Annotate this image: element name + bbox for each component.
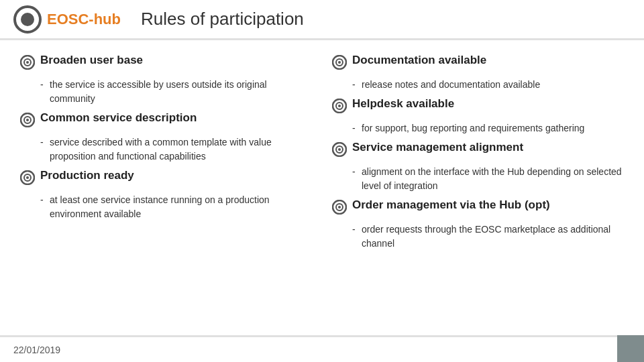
left-column: Broaden user base the service is accessi… bbox=[20, 54, 325, 322]
logo-hub: -hub bbox=[89, 11, 121, 27]
bullet-icon bbox=[332, 55, 347, 70]
sub-items: the service is accessible by users outsi… bbox=[40, 78, 312, 106]
list-item: Documentation available bbox=[332, 54, 624, 70]
item-heading: Common service description bbox=[40, 111, 197, 125]
sub-item: the service is accessible by users outsi… bbox=[40, 78, 312, 106]
item-heading: Helpdesk available bbox=[352, 97, 454, 111]
list-item: Helpdesk available bbox=[332, 97, 624, 113]
list-item: Service management alignment bbox=[332, 141, 624, 157]
sub-items: alignment on the interface with the Hub … bbox=[352, 165, 624, 193]
sub-item: at least one service instance running on… bbox=[40, 193, 312, 221]
svg-point-5 bbox=[26, 119, 29, 121]
logo-inner-circle bbox=[21, 13, 34, 26]
footer-date: 22/01/2019 bbox=[13, 345, 60, 355]
item-heading: Documentation available bbox=[352, 54, 486, 67]
list-item: Common service description bbox=[20, 111, 312, 127]
sub-item: order requests through the EOSC marketpl… bbox=[352, 223, 624, 251]
bullet-icon bbox=[20, 170, 35, 185]
svg-point-11 bbox=[338, 61, 341, 64]
logo-icon bbox=[13, 5, 42, 34]
svg-point-8 bbox=[26, 176, 29, 179]
main-content: Broaden user base the service is accessi… bbox=[0, 40, 644, 335]
item-heading: Service management alignment bbox=[352, 141, 523, 154]
header: EOSC-hub Rules of participation bbox=[0, 0, 644, 40]
sub-item: for support, bug reporting and requireme… bbox=[352, 121, 624, 135]
logo-text: EOSC-hub bbox=[47, 11, 121, 28]
right-column: Documentation available release notes an… bbox=[325, 54, 624, 322]
svg-point-17 bbox=[338, 148, 341, 151]
logo: EOSC-hub bbox=[13, 5, 121, 34]
sub-items: release notes and documentation availabl… bbox=[352, 78, 624, 92]
bullet-icon bbox=[332, 200, 347, 215]
sub-items: order requests through the EOSC marketpl… bbox=[352, 223, 624, 251]
logo-eosc: EOSC bbox=[47, 11, 89, 27]
item-heading: Production ready bbox=[40, 169, 134, 182]
bullet-icon bbox=[20, 113, 35, 127]
sub-item: release notes and documentation availabl… bbox=[352, 78, 624, 92]
svg-point-2 bbox=[26, 61, 29, 64]
bullet-icon bbox=[20, 55, 35, 70]
sub-items: for support, bug reporting and requireme… bbox=[352, 121, 624, 135]
svg-point-20 bbox=[338, 206, 341, 208]
list-item: Production ready bbox=[20, 169, 312, 185]
item-heading: Order management via the Hub (opt) bbox=[352, 198, 550, 212]
footer: 22/01/2019 bbox=[0, 335, 644, 362]
page-title: Rules of participation bbox=[141, 9, 304, 29]
sub-items: at least one service instance running on… bbox=[40, 193, 312, 221]
list-item: Order management via the Hub (opt) bbox=[332, 198, 624, 215]
bullet-icon bbox=[332, 99, 347, 113]
list-item: Broaden user base bbox=[20, 54, 312, 70]
footer-square bbox=[617, 335, 644, 362]
bullet-icon bbox=[332, 142, 347, 157]
sub-item: alignment on the interface with the Hub … bbox=[352, 165, 624, 193]
sub-items: service described with a common template… bbox=[40, 135, 312, 164]
svg-point-14 bbox=[338, 105, 341, 107]
item-heading: Broaden user base bbox=[40, 54, 143, 67]
sub-item: service described with a common template… bbox=[40, 135, 312, 164]
